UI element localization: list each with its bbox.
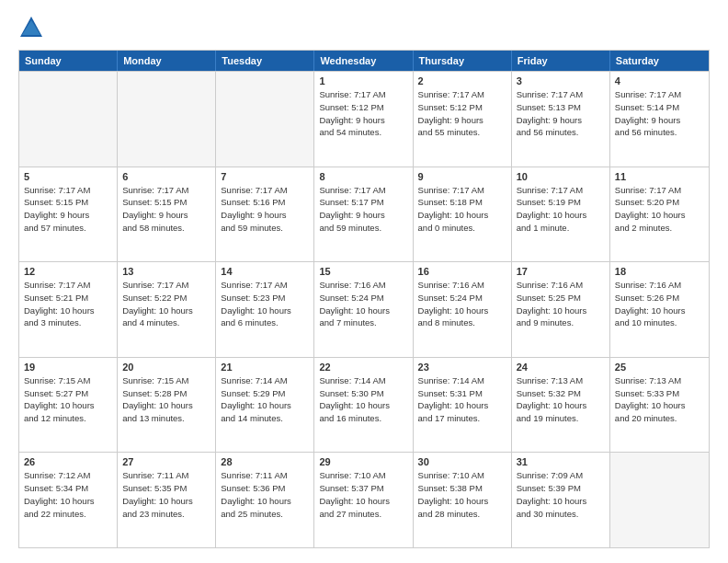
calendar-cell: 29Sunrise: 7:10 AM Sunset: 5:37 PM Dayli… xyxy=(314,453,413,547)
calendar-header-cell: Friday xyxy=(512,51,610,71)
calendar-cell: 27Sunrise: 7:11 AM Sunset: 5:35 PM Dayli… xyxy=(118,453,216,547)
day-number: 21 xyxy=(221,362,309,373)
page: SundayMondayTuesdayWednesdayThursdayFrid… xyxy=(0,0,728,563)
calendar-cell: 4Sunrise: 7:17 AM Sunset: 5:14 PM Daylig… xyxy=(610,72,709,167)
calendar-cell: 21Sunrise: 7:14 AM Sunset: 5:29 PM Dayli… xyxy=(216,358,314,453)
calendar-cell: 1Sunrise: 7:17 AM Sunset: 5:12 PM Daylig… xyxy=(314,72,413,167)
calendar-cell: 31Sunrise: 7:09 AM Sunset: 5:39 PM Dayli… xyxy=(512,453,610,547)
calendar-cell: 12Sunrise: 7:17 AM Sunset: 5:21 PM Dayli… xyxy=(19,262,118,357)
calendar-cell: 30Sunrise: 7:10 AM Sunset: 5:38 PM Dayli… xyxy=(414,453,512,547)
day-number: 17 xyxy=(517,266,605,277)
calendar-cell xyxy=(118,72,216,167)
calendar-cell: 13Sunrise: 7:17 AM Sunset: 5:22 PM Dayli… xyxy=(118,262,216,357)
calendar-header-cell: Tuesday xyxy=(216,51,314,71)
cell-info: Sunrise: 7:17 AM Sunset: 5:21 PM Dayligh… xyxy=(24,279,112,329)
day-number: 19 xyxy=(24,362,112,373)
cell-info: Sunrise: 7:17 AM Sunset: 5:14 PM Dayligh… xyxy=(615,88,704,139)
calendar-cell: 10Sunrise: 7:17 AM Sunset: 5:19 PM Dayli… xyxy=(512,167,610,262)
day-number: 12 xyxy=(24,266,112,277)
cell-info: Sunrise: 7:17 AM Sunset: 5:15 PM Dayligh… xyxy=(122,184,210,235)
day-number: 18 xyxy=(615,266,704,277)
cell-info: Sunrise: 7:13 AM Sunset: 5:32 PM Dayligh… xyxy=(517,374,605,425)
cell-info: Sunrise: 7:16 AM Sunset: 5:26 PM Dayligh… xyxy=(615,279,704,329)
day-number: 20 xyxy=(122,362,210,373)
day-number: 7 xyxy=(221,171,309,182)
calendar-cell: 6Sunrise: 7:17 AM Sunset: 5:15 PM Daylig… xyxy=(118,167,216,262)
day-number: 13 xyxy=(122,266,210,277)
day-number: 6 xyxy=(122,171,210,182)
cell-info: Sunrise: 7:13 AM Sunset: 5:33 PM Dayligh… xyxy=(615,374,704,425)
calendar-cell: 25Sunrise: 7:13 AM Sunset: 5:33 PM Dayli… xyxy=(610,358,709,453)
calendar-cell: 8Sunrise: 7:17 AM Sunset: 5:17 PM Daylig… xyxy=(314,167,413,262)
calendar-header: SundayMondayTuesdayWednesdayThursdayFrid… xyxy=(19,51,709,71)
calendar-cell: 28Sunrise: 7:11 AM Sunset: 5:36 PM Dayli… xyxy=(216,453,314,547)
calendar-header-cell: Saturday xyxy=(610,51,709,71)
calendar-cell: 5Sunrise: 7:17 AM Sunset: 5:15 PM Daylig… xyxy=(19,167,118,262)
cell-info: Sunrise: 7:17 AM Sunset: 5:16 PM Dayligh… xyxy=(221,184,309,235)
calendar-cell: 15Sunrise: 7:16 AM Sunset: 5:24 PM Dayli… xyxy=(314,262,413,357)
cell-info: Sunrise: 7:12 AM Sunset: 5:34 PM Dayligh… xyxy=(24,469,112,520)
day-number: 26 xyxy=(24,456,112,467)
cell-info: Sunrise: 7:17 AM Sunset: 5:13 PM Dayligh… xyxy=(517,88,605,139)
calendar-cell: 3Sunrise: 7:17 AM Sunset: 5:13 PM Daylig… xyxy=(512,72,610,167)
cell-info: Sunrise: 7:14 AM Sunset: 5:29 PM Dayligh… xyxy=(221,374,309,425)
calendar-cell: 20Sunrise: 7:15 AM Sunset: 5:28 PM Dayli… xyxy=(118,358,216,453)
calendar-cell: 26Sunrise: 7:12 AM Sunset: 5:34 PM Dayli… xyxy=(19,453,118,547)
calendar-cell xyxy=(19,72,118,167)
day-number: 11 xyxy=(615,171,704,182)
day-number: 9 xyxy=(418,171,506,182)
day-number: 4 xyxy=(615,75,704,86)
calendar-cell xyxy=(610,453,709,547)
cell-info: Sunrise: 7:17 AM Sunset: 5:17 PM Dayligh… xyxy=(319,184,407,235)
day-number: 24 xyxy=(517,362,605,373)
calendar-row: 1Sunrise: 7:17 AM Sunset: 5:12 PM Daylig… xyxy=(19,71,709,167)
calendar-header-cell: Wednesday xyxy=(314,51,413,71)
day-number: 27 xyxy=(122,456,210,467)
calendar-header-cell: Thursday xyxy=(414,51,512,71)
cell-info: Sunrise: 7:17 AM Sunset: 5:19 PM Dayligh… xyxy=(517,184,605,235)
calendar-cell: 2Sunrise: 7:17 AM Sunset: 5:12 PM Daylig… xyxy=(414,72,512,167)
calendar-header-cell: Sunday xyxy=(19,51,118,71)
cell-info: Sunrise: 7:10 AM Sunset: 5:38 PM Dayligh… xyxy=(418,469,506,520)
cell-info: Sunrise: 7:14 AM Sunset: 5:30 PM Dayligh… xyxy=(319,374,407,425)
calendar-row: 26Sunrise: 7:12 AM Sunset: 5:34 PM Dayli… xyxy=(19,452,709,547)
cell-info: Sunrise: 7:17 AM Sunset: 5:12 PM Dayligh… xyxy=(319,88,407,139)
header xyxy=(18,15,710,40)
calendar-cell: 18Sunrise: 7:16 AM Sunset: 5:26 PM Dayli… xyxy=(610,262,709,357)
day-number: 1 xyxy=(319,75,407,86)
day-number: 16 xyxy=(418,266,506,277)
cell-info: Sunrise: 7:10 AM Sunset: 5:37 PM Dayligh… xyxy=(319,469,407,520)
cell-info: Sunrise: 7:17 AM Sunset: 5:15 PM Dayligh… xyxy=(24,184,112,235)
calendar-row: 19Sunrise: 7:15 AM Sunset: 5:27 PM Dayli… xyxy=(19,357,709,453)
svg-marker-1 xyxy=(22,20,40,35)
cell-info: Sunrise: 7:16 AM Sunset: 5:24 PM Dayligh… xyxy=(418,279,506,329)
calendar-cell: 23Sunrise: 7:14 AM Sunset: 5:31 PM Dayli… xyxy=(414,358,512,453)
logo xyxy=(18,15,48,40)
day-number: 23 xyxy=(418,362,506,373)
cell-info: Sunrise: 7:11 AM Sunset: 5:36 PM Dayligh… xyxy=(221,469,309,520)
day-number: 2 xyxy=(418,75,506,86)
calendar-row: 12Sunrise: 7:17 AM Sunset: 5:21 PM Dayli… xyxy=(19,261,709,357)
day-number: 3 xyxy=(517,75,605,86)
cell-info: Sunrise: 7:14 AM Sunset: 5:31 PM Dayligh… xyxy=(418,374,506,425)
calendar-cell: 22Sunrise: 7:14 AM Sunset: 5:30 PM Dayli… xyxy=(314,358,413,453)
calendar: SundayMondayTuesdayWednesdayThursdayFrid… xyxy=(18,50,710,548)
cell-info: Sunrise: 7:11 AM Sunset: 5:35 PM Dayligh… xyxy=(122,469,210,520)
day-number: 28 xyxy=(221,456,309,467)
cell-info: Sunrise: 7:17 AM Sunset: 5:23 PM Dayligh… xyxy=(221,279,309,329)
calendar-body: 1Sunrise: 7:17 AM Sunset: 5:12 PM Daylig… xyxy=(19,71,709,547)
day-number: 31 xyxy=(517,456,605,467)
calendar-cell: 11Sunrise: 7:17 AM Sunset: 5:20 PM Dayli… xyxy=(610,167,709,262)
calendar-cell: 7Sunrise: 7:17 AM Sunset: 5:16 PM Daylig… xyxy=(216,167,314,262)
day-number: 25 xyxy=(615,362,704,373)
cell-info: Sunrise: 7:16 AM Sunset: 5:24 PM Dayligh… xyxy=(319,279,407,329)
cell-info: Sunrise: 7:17 AM Sunset: 5:18 PM Dayligh… xyxy=(418,184,506,235)
calendar-cell xyxy=(216,72,314,167)
cell-info: Sunrise: 7:09 AM Sunset: 5:39 PM Dayligh… xyxy=(517,469,605,520)
day-number: 30 xyxy=(418,456,506,467)
calendar-cell: 24Sunrise: 7:13 AM Sunset: 5:32 PM Dayli… xyxy=(512,358,610,453)
day-number: 10 xyxy=(517,171,605,182)
cell-info: Sunrise: 7:17 AM Sunset: 5:20 PM Dayligh… xyxy=(615,184,704,235)
day-number: 22 xyxy=(319,362,407,373)
calendar-row: 5Sunrise: 7:17 AM Sunset: 5:15 PM Daylig… xyxy=(19,167,709,262)
